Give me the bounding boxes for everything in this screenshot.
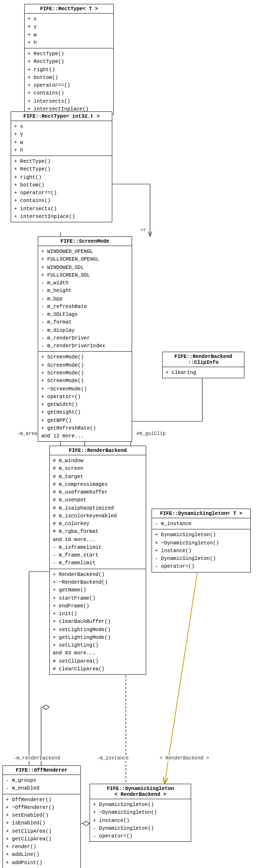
screenmode-title: FIFE::ScreenMode: [38, 237, 132, 246]
renderbackend-methods: + RenderBackend() + ~RenderBackend() + g…: [50, 569, 146, 674]
clipinfo-fields: + clearing: [163, 367, 244, 378]
recttype-T-fields: + x+ y+ w+ h: [25, 14, 113, 48]
offrenderer-title: FIFE::OffRenderer: [3, 766, 80, 775]
screenmode-box: FIFE::ScreenMode + WINDOWED_OPENGL + FUL…: [38, 236, 132, 442]
dynamicsingleton-rb-title: FIFE::DynamicSingleton< RenderBackend >: [90, 784, 191, 799]
recttype-int32-methods: + RectType() + RectType() + right() + bo…: [11, 156, 112, 222]
offrenderer-fields: - m_groups - m_enabled: [3, 775, 80, 794]
diagram-container: < int32_t > +r -m_area #m_screenMode #m_…: [0, 0, 258, 868]
recttype-T-box: FIFE::RectType< T > + x+ y+ w+ h + RectT…: [24, 4, 114, 115]
less-renderbackend-label: < RenderBackend >: [160, 756, 209, 761]
plus-r-label: +r: [140, 228, 146, 233]
dynamicsingleton-T-fields: - m_instance: [152, 518, 250, 529]
offrenderer-box: FIFE::OffRenderer - m_groups - m_enabled…: [2, 765, 81, 868]
renderbackend-box: FIFE::RenderBackend # m_window # m_scree…: [49, 446, 146, 675]
clipinfo-box: FIFE::RenderBackend::ClipInfo + clearing: [162, 352, 244, 378]
dynamicsingleton-T-title: FIFE::DynamicSingleton< T >: [152, 509, 250, 518]
clipinfo-title: FIFE::RenderBackend::ClipInfo: [163, 352, 244, 367]
screenmode-methods: + ScreenMode() + ScreenMode() + ScreenMo…: [38, 352, 132, 441]
dynamicsingleton-rb-methods: + DynamicSingleton() + ~DynamicSingleton…: [90, 799, 191, 841]
svg-line-6: [165, 556, 200, 784]
recttype-int32-box: FIFE::RectType< int32_t > + x+ y+ w+ h +…: [11, 111, 112, 222]
offrenderer-methods: + OffRenderer() + ~OffRenderer() + setEn…: [3, 794, 80, 868]
renderbackend-fields: # m_window # m_screen # m_target # m_com…: [50, 455, 146, 569]
m-guiclip-label: #m_guiClip: [137, 431, 166, 436]
m-renderbackend-label: -m_renderbackend: [14, 756, 60, 761]
renderbackend-title: FIFE::RenderBackend: [50, 446, 146, 455]
dynamicsingleton-rb-box: FIFE::DynamicSingleton< RenderBackend > …: [90, 784, 191, 842]
recttype-T-methods: + RectType() + RectType() + right() + bo…: [25, 48, 113, 114]
dynamicsingleton-T-box: FIFE::DynamicSingleton< T > - m_instance…: [152, 509, 251, 573]
m-instance-label: -m_instance: [97, 756, 129, 761]
recttype-int32-title: FIFE::RectType< int32_t >: [11, 112, 112, 121]
dynamicsingleton-T-methods: + DynamicSingleton() + ~DynamicSingleton…: [152, 529, 250, 572]
recttype-T-title: FIFE::RectType< T >: [25, 4, 113, 14]
recttype-int32-fields: + x+ y+ w+ h: [11, 121, 112, 156]
m-area-label: -m_area: [17, 431, 37, 436]
screenmode-fields: + WINDOWED_OPENGL + FULLSCREEN_OPENGL + …: [38, 246, 132, 352]
